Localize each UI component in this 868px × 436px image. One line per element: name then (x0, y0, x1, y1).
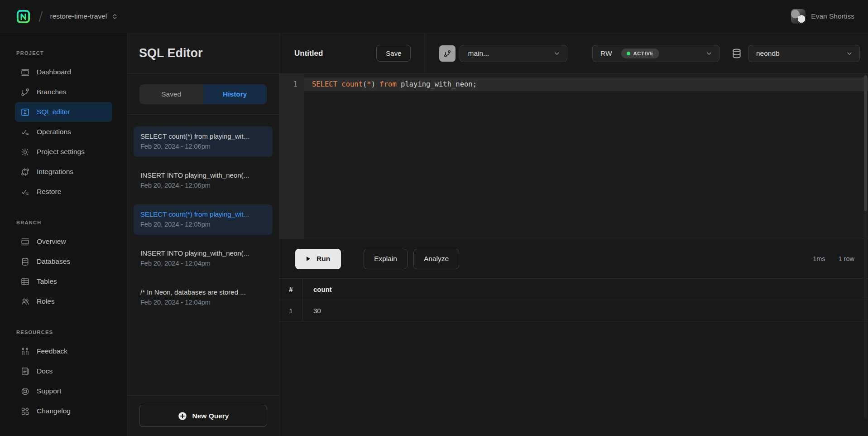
query-title: Untitled (294, 49, 323, 58)
section-label: RESOURCES (0, 329, 127, 335)
chevron-down-icon (553, 50, 561, 57)
git-branch-icon[interactable] (439, 45, 456, 62)
sidebar-item-sql-editor[interactable]: Σ SQL editor (15, 102, 112, 122)
column-header-index: # (279, 279, 303, 300)
code-area[interactable]: SELECT count(*) from playing_with_neon; (304, 74, 868, 239)
status-badge: ACTIVE (621, 48, 659, 58)
support-icon (20, 387, 30, 396)
sidebar-item-databases[interactable]: Databases (15, 252, 112, 271)
column-header-count: count (303, 279, 332, 300)
updown-chevrons-icon[interactable] (111, 13, 118, 20)
play-icon (304, 255, 312, 262)
actions-bar: Run Explain Analyze 1ms 1 row (279, 239, 868, 278)
dashboard-icon (20, 68, 30, 77)
page-title: SQL Editor (139, 46, 203, 60)
active-dot-icon (627, 52, 630, 55)
sidebar-item-overview[interactable]: Overview (15, 232, 112, 252)
tab[interactable]: History (203, 84, 267, 104)
tab[interactable]: Saved (139, 84, 203, 104)
history-item[interactable]: INSERT INTO playing_with_neon(... Feb 20… (134, 243, 273, 274)
history-item[interactable]: SELECT count(*) from playing_wit... Feb … (134, 126, 273, 157)
tabs-bar: Saved History (127, 74, 279, 115)
chevron-down-icon (846, 50, 853, 57)
app-window: restore-time-travel Evan Shortiss PROJEC… (0, 0, 868, 436)
toolbar-divider (425, 33, 425, 73)
restore-icon (20, 187, 30, 197)
sidebar-item-feedback[interactable]: Feedback (15, 341, 112, 361)
sql-editor-panel: SQL Editor Saved History SELECT count(*)… (127, 33, 279, 436)
changelog-icon (20, 407, 30, 416)
history-list: SELECT count(*) from playing_wit... Feb … (127, 115, 279, 395)
table-row[interactable]: 1 30 (279, 300, 868, 322)
editor-pane: Untitled Save main... RW (279, 33, 868, 436)
scrollbar[interactable] (864, 75, 867, 418)
row-value-cell: 30 (303, 300, 321, 321)
branch-select[interactable]: main... (460, 45, 567, 62)
sidebar-item-roles[interactable]: Roles (15, 291, 112, 311)
saved-history-tabs: Saved History (139, 84, 267, 104)
save-button[interactable]: Save (376, 45, 411, 62)
sidebar-item-restore[interactable]: Restore (15, 182, 112, 202)
run-button[interactable]: Run (295, 249, 341, 269)
results-header-row: # count (279, 278, 868, 300)
roles-icon (20, 297, 30, 306)
results-table: # count 1 30 (279, 278, 868, 436)
sidebar-item-changelog[interactable]: Changelog (15, 401, 112, 421)
databases-icon (20, 257, 30, 266)
history-item[interactable]: /* In Neon, databases are stored ... Feb… (134, 282, 273, 313)
chevron-down-icon (705, 50, 713, 57)
tables-icon (20, 277, 30, 286)
query-time: 1ms (813, 255, 825, 262)
new-query-button[interactable]: New Query (139, 405, 267, 427)
history-item[interactable]: SELECT count(*) from playing_wit... Feb … (134, 204, 273, 235)
topbar: restore-time-travel Evan Shortiss (0, 0, 868, 33)
editor-toolbar: Untitled Save main... RW (279, 33, 868, 74)
sidebar-item-docs[interactable]: Docs (15, 361, 112, 381)
neon-logo[interactable] (16, 10, 30, 24)
sql-editor-icon: Σ (20, 107, 30, 117)
sidebar-section-branch: BRANCH Overview Databases (0, 220, 127, 311)
sidebar: PROJECT Dashboard Branches (0, 33, 127, 436)
branches-icon (20, 87, 30, 97)
history-item[interactable]: INSERT INTO playing_with_neon(... Feb 20… (134, 165, 273, 196)
code-editor[interactable]: 1 SELECT count(*) from playing_with_neon… (279, 74, 868, 239)
scrollbar-thumb[interactable] (864, 75, 867, 211)
panel-footer: New Query (127, 395, 279, 436)
database-select[interactable]: neondb (748, 45, 860, 62)
section-label: BRANCH (0, 220, 127, 225)
integrations-icon (20, 167, 30, 177)
section-label: PROJECT (0, 50, 127, 56)
breadcrumb-divider (39, 11, 43, 21)
docs-icon (20, 367, 30, 376)
sidebar-item-branches[interactable]: Branches (15, 82, 112, 102)
sidebar-section-project: PROJECT Dashboard Branches (0, 50, 127, 202)
avatar[interactable] (791, 9, 806, 24)
code-line: SELECT count(*) from playing_with_neon; (304, 78, 868, 91)
overview-icon (20, 237, 30, 247)
sidebar-item-project-settings[interactable]: Project settings (15, 142, 112, 162)
svg-text:Σ: Σ (24, 110, 26, 115)
database-icon (731, 48, 743, 59)
feedback-icon (20, 347, 30, 356)
sidebar-item-support[interactable]: Support (15, 381, 112, 401)
sidebar-section-resources: RESOURCES Feedback Docs (0, 329, 127, 421)
user-name[interactable]: Evan Shortiss (811, 12, 854, 20)
settings-icon (20, 147, 30, 157)
sidebar-item-integrations[interactable]: Integrations (15, 162, 112, 182)
sidebar-item-dashboard[interactable]: Dashboard (15, 62, 112, 82)
plus-circle-icon (177, 411, 187, 421)
sidebar-item-operations[interactable]: Operations (15, 122, 112, 142)
query-stats: 1ms 1 row (813, 255, 854, 262)
line-number: 1 (279, 78, 297, 91)
panel-header: SQL Editor (127, 33, 279, 74)
row-index-cell: 1 (279, 300, 303, 321)
project-switcher[interactable]: restore-time-travel (50, 12, 107, 20)
compute-select[interactable]: RW ACTIVE (592, 45, 719, 62)
operations-icon (20, 127, 30, 137)
row-count: 1 row (839, 255, 854, 262)
explain-button[interactable]: Explain (364, 249, 408, 269)
line-number-gutter: 1 (279, 74, 304, 239)
analyze-button[interactable]: Analyze (413, 249, 459, 269)
sidebar-item-tables[interactable]: Tables (15, 271, 112, 291)
